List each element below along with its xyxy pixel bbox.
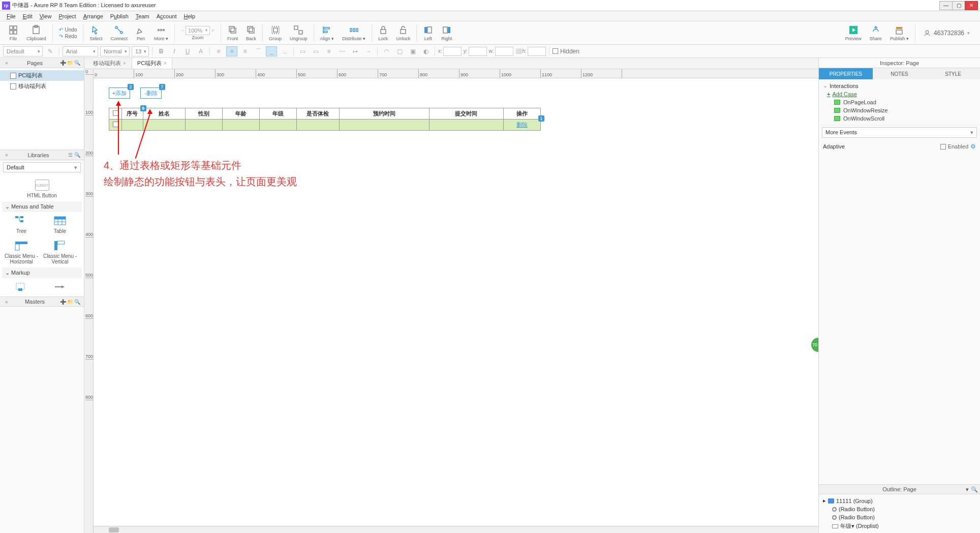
collapse-icon[interactable]: « (3, 60, 10, 67)
page-item-pc[interactable]: PC端列表 (0, 70, 84, 81)
back-button[interactable]: Back (242, 25, 260, 41)
hidden-checkbox[interactable]: Hidden (553, 48, 579, 55)
canvas[interactable]: +添加 2 -删除 7 序号 姓名6 性别 (94, 78, 818, 526)
more-events-dropdown[interactable]: More Events▾ (822, 127, 977, 138)
menu-project[interactable]: Project (55, 13, 79, 19)
row-delete-link[interactable]: 删除 (516, 122, 528, 128)
menu-arrange[interactable]: Arrange (80, 13, 107, 19)
shadow-outer-button[interactable]: ▢ (394, 46, 405, 56)
row-checkbox[interactable] (109, 120, 122, 131)
event-onpageload[interactable]: OnPageLoad (823, 98, 976, 106)
unlock-button[interactable]: Unlock (392, 25, 415, 41)
distribute-button[interactable]: Distribute ▾ (338, 25, 370, 41)
horizontal-scrollbar[interactable] (94, 526, 818, 533)
outline-item-radio1[interactable]: (Radio Button) (821, 505, 978, 513)
opacity-button[interactable]: ◐ (420, 46, 432, 56)
menu-account[interactable]: Account (153, 13, 180, 19)
connect-tool[interactable]: Connect (106, 25, 132, 41)
table-row[interactable]: 删除1 (109, 120, 541, 131)
lib-section-markup[interactable]: ⌄ Markup (2, 268, 82, 278)
tab-notes[interactable]: NOTES (873, 68, 927, 79)
line-color-button[interactable]: ▭ (310, 46, 321, 56)
menu-help[interactable]: Help (180, 13, 199, 19)
lock-button[interactable]: Lock (374, 25, 392, 41)
group-button[interactable]: Group (265, 25, 286, 41)
w-input[interactable] (495, 47, 513, 56)
search-pages-icon[interactable]: 🔍 (74, 60, 81, 67)
tab-properties[interactable]: PROPERTIES (819, 68, 873, 79)
menu-publish[interactable]: Publish (107, 13, 132, 19)
y-input[interactable] (469, 47, 487, 56)
menu-file[interactable]: File (3, 13, 19, 19)
lib-menu-icon[interactable]: ☰ (67, 152, 74, 159)
line-style-button[interactable]: ⋯ (336, 46, 348, 56)
add-case-link[interactable]: Add Case (823, 91, 857, 97)
delete-button-widget[interactable]: -删除 7 (140, 87, 162, 99)
arrow-end-button[interactable]: → (363, 46, 374, 56)
menu-edit[interactable]: Edit (19, 13, 36, 19)
align-bottom-button[interactable]: ⎵ (279, 46, 290, 56)
preview-button[interactable]: Preview (841, 25, 866, 41)
x-input[interactable] (443, 47, 462, 56)
font-size-select[interactable]: 13 (132, 46, 149, 56)
outline-root[interactable]: ▸11111 (Group) (821, 496, 978, 505)
align-middle-button[interactable]: ⎯ (266, 46, 277, 56)
minimize-button[interactable]: — (939, 1, 953, 10)
share-button[interactable]: Share (866, 25, 886, 41)
more-tool[interactable]: More ▾ (150, 25, 172, 41)
add-folder-icon[interactable]: 📁 (67, 60, 74, 67)
user-area[interactable]: 463732836 ▾ (917, 29, 976, 37)
page-item-mobile[interactable]: 移动端列表 (0, 81, 84, 92)
arrow-start-button[interactable]: ↦ (350, 46, 361, 56)
zoom-combo[interactable]: 100%▾ (186, 26, 210, 35)
lib-table[interactable]: Table (41, 212, 79, 237)
right-pane-button[interactable]: Right (437, 25, 456, 41)
bold-button[interactable]: B (156, 46, 167, 56)
lib-search-icon[interactable]: 🔍 (74, 152, 81, 159)
outline-search-icon[interactable]: 🔍 (971, 486, 978, 493)
style-preset-select[interactable]: Default (3, 46, 43, 56)
header-checkbox[interactable] (109, 108, 122, 120)
lib-classic-menu-v[interactable]: Classic Menu - Vertical (41, 237, 79, 268)
clipboard-group[interactable]: Clipboard (22, 25, 50, 41)
line-width-button[interactable]: ≡ (323, 46, 334, 56)
table-widget[interactable]: 序号 姓名6 性别 年龄 年级 是否体检 预约时间 提交时间 操作 (109, 108, 541, 131)
outline-item-radio2[interactable]: (Radio Button) (821, 513, 978, 521)
align-top-button[interactable]: ⎴ (253, 46, 264, 56)
align-button[interactable]: Align ▾ (316, 25, 339, 41)
tab-close-icon[interactable]: × (123, 61, 126, 66)
outline-filter-icon[interactable]: ▾ (966, 486, 969, 493)
menu-view[interactable]: View (36, 13, 55, 19)
ungroup-button[interactable]: Ungroup (286, 25, 312, 41)
lib-section-menus[interactable]: ⌄ Menus and Table (2, 201, 82, 212)
text-color-button[interactable]: A (195, 46, 206, 56)
floating-badge[interactable]: 70 (811, 338, 818, 352)
align-left-button[interactable]: ≡ (213, 46, 224, 56)
left-pane-button[interactable]: Left (419, 25, 437, 41)
lib-classic-menu-h[interactable]: Classic Menu - Horizontal (2, 237, 41, 268)
h-input[interactable] (528, 47, 546, 56)
add-master-folder-icon[interactable]: 📁 (67, 298, 74, 305)
lib-tree[interactable]: Tree (2, 212, 41, 237)
underline-button[interactable]: U (182, 46, 193, 56)
font-select[interactable]: Arial (63, 46, 98, 56)
select-tool[interactable]: Select (85, 25, 106, 41)
publish-button[interactable]: Publish ▾ (886, 25, 913, 41)
file-group[interactable]: File (4, 25, 22, 41)
eyedropper-button[interactable]: ✎ (45, 46, 56, 56)
collapse-icon[interactable]: « (3, 152, 10, 159)
lib-html-button[interactable]: SUBMIT HTML Button (2, 176, 82, 201)
collapse-icon[interactable]: « (3, 298, 10, 305)
fill-button[interactable]: ▭ (297, 46, 308, 56)
align-center-button[interactable]: ≡ (226, 46, 237, 56)
lib-snapshot[interactable] (2, 278, 41, 297)
library-select[interactable]: Default (3, 162, 81, 172)
tab-close-icon[interactable]: × (164, 61, 167, 66)
event-onwindowscroll[interactable]: OnWindowScroll (823, 114, 976, 123)
pen-tool[interactable]: Pen (132, 25, 150, 41)
event-onwindowresize[interactable]: OnWindowResize (823, 106, 976, 114)
scrollbar-thumb[interactable] (109, 527, 119, 532)
search-masters-icon[interactable]: 🔍 (74, 298, 81, 305)
font-weight-select[interactable]: Normal (100, 46, 130, 56)
align-right-button[interactable]: ≡ (239, 46, 251, 56)
